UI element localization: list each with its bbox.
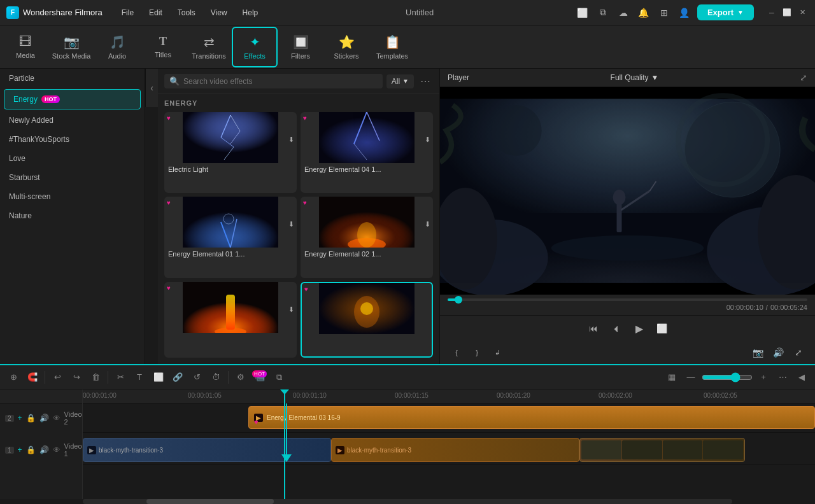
effect-clip-block[interactable]: ▶ Energy Elemental 03 16-9 ♥: [248, 406, 815, 429]
sidebar-collapse-button[interactable]: ‹: [145, 69, 158, 107]
video-clip-2[interactable]: ▶ black-myth-transition-3: [331, 438, 579, 462]
cut-button[interactable]: ✂: [112, 369, 129, 386]
sidebar-item-particle[interactable]: Particle: [0, 69, 145, 88]
app-icon: F: [6, 6, 19, 19]
more-timeline-button[interactable]: ⋯: [774, 369, 791, 386]
quality-selector[interactable]: Full Quality ▼: [611, 73, 659, 82]
search-input[interactable]: [183, 77, 378, 86]
topbar-icon-6[interactable]: 👤: [677, 5, 692, 20]
collapse-button[interactable]: ◀: [793, 369, 810, 386]
download-icon[interactable]: ⬇: [288, 136, 294, 144]
sidebar-item-multi-screen[interactable]: Multi-screen: [0, 187, 145, 206]
zoom-slider[interactable]: [702, 372, 753, 382]
track-icon-add-v1[interactable]: +: [18, 445, 22, 454]
download-icon[interactable]: ⬇: [425, 220, 430, 228]
insert-button[interactable]: ↲: [488, 344, 506, 361]
nav-item-stickers[interactable]: ⭐ Stickers: [323, 27, 369, 67]
go-to-start-button[interactable]: ⏮: [585, 319, 602, 337]
filter-dropdown[interactable]: All ▼: [386, 74, 414, 88]
download-icon[interactable]: ⬇: [288, 305, 294, 314]
stop-button[interactable]: ⬜: [653, 319, 671, 337]
minimize-button[interactable]: ─: [765, 6, 778, 19]
nav-item-effects[interactable]: ✦ Effects: [232, 27, 278, 67]
redo-button[interactable]: ↪: [68, 369, 85, 386]
sidebar-item-newly-added[interactable]: Newly Added: [0, 111, 145, 130]
maximize-button[interactable]: ⬜: [781, 6, 793, 19]
step-back-button[interactable]: ⏴: [607, 319, 625, 337]
nav-item-media[interactable]: 🎞 Media: [3, 27, 48, 67]
volume-button[interactable]: 🔊: [769, 344, 787, 361]
text-tool-button[interactable]: T: [131, 369, 148, 386]
delete-button[interactable]: 🗑: [87, 369, 104, 386]
nav-item-titles[interactable]: T Titles: [140, 27, 186, 67]
menu-tools[interactable]: Tools: [171, 6, 202, 20]
expand-button[interactable]: ⤢: [790, 344, 807, 361]
nav-item-audio[interactable]: 🎵 Audio: [94, 27, 140, 67]
ruler-mark-1: 00:00:01:00: [83, 392, 117, 399]
download-icon[interactable]: ⬇: [425, 136, 430, 144]
adjust-button[interactable]: ⚙: [232, 369, 249, 386]
mark-in-button[interactable]: {: [448, 344, 465, 361]
playhead[interactable]: [284, 389, 285, 499]
pip-button[interactable]: ⧉: [271, 369, 287, 386]
sidebar-item-starburst[interactable]: Starburst: [0, 168, 145, 187]
screen-record-button[interactable]: 📹 HOT: [252, 369, 268, 386]
sidebar-item-thankyousports[interactable]: #ThankYouSports: [0, 130, 145, 149]
menu-help[interactable]: Help: [236, 6, 265, 20]
video-clip-3[interactable]: [579, 438, 745, 462]
svg-point-28: [360, 302, 373, 315]
nav-item-stock-media[interactable]: 📷 Stock Media: [48, 27, 94, 67]
topbar-icon-5[interactable]: ⊞: [656, 5, 672, 20]
effect-card-electric-light[interactable]: ♥ ⬇ Electric Light: [164, 112, 297, 193]
fullscreen-icon[interactable]: ⤢: [800, 73, 807, 83]
titles-icon: T: [159, 35, 167, 48]
track-icon-lock-v1[interactable]: 🔒: [26, 445, 36, 454]
loop-button[interactable]: ↺: [188, 369, 205, 386]
video-clip-1[interactable]: ▶ black-myth-transition-3: [83, 438, 331, 462]
close-button[interactable]: ✕: [796, 6, 809, 19]
zoom-out-button[interactable]: —: [683, 369, 699, 386]
topbar-icon-3[interactable]: ☁: [616, 5, 631, 20]
effect-card-energy-05[interactable]: ♥: [301, 282, 433, 358]
track-icon-eye-video2[interactable]: 👁: [53, 414, 60, 423]
topbar-icon-1[interactable]: ⬜: [575, 5, 590, 20]
export-button[interactable]: Export ▼: [697, 4, 754, 20]
track-icon-volume-video1[interactable]: 🔊: [39, 445, 49, 454]
horizontal-scrollbar[interactable]: [83, 499, 732, 504]
timer-button[interactable]: ⏱: [208, 369, 224, 386]
snapshot-button[interactable]: 📷: [749, 344, 767, 361]
track-icon-volume-video2[interactable]: 🔊: [39, 414, 49, 423]
play-button[interactable]: ▶: [630, 319, 648, 337]
magnet-button[interactable]: 🧲: [24, 369, 41, 386]
menu-file[interactable]: File: [115, 6, 140, 20]
more-options-button[interactable]: ⋯: [418, 75, 433, 87]
scrollbar-thumb[interactable]: [146, 499, 274, 504]
thumb-4: [703, 440, 743, 459]
nav-item-transitions[interactable]: ⇄ Transitions: [186, 27, 232, 67]
undo-button[interactable]: ↩: [49, 369, 66, 386]
effect-card-energy-01[interactable]: ♥ ⬇ Energy Elemental 01 1...: [164, 197, 297, 277]
track-icon-eye-video1[interactable]: 👁: [53, 445, 60, 454]
progress-bar[interactable]: [448, 298, 807, 301]
download-icon[interactable]: ⬇: [288, 220, 294, 228]
sidebar-item-love[interactable]: Love: [0, 149, 145, 168]
topbar-icon-4[interactable]: 🔔: [636, 5, 651, 20]
topbar-icon-2[interactable]: ⧉: [595, 5, 611, 20]
zoom-in-button[interactable]: +: [755, 369, 772, 386]
nav-item-templates[interactable]: 📋 Templates: [369, 27, 415, 67]
effect-card-energy-04[interactable]: ♥ ⬇ Energy Elemental 04 1...: [301, 112, 433, 193]
mark-out-button[interactable]: }: [468, 344, 486, 361]
sidebar-item-energy[interactable]: Energy HOT: [4, 89, 141, 109]
nav-item-filters[interactable]: 🔲 Filters: [278, 27, 323, 67]
crop-button[interactable]: ⬜: [150, 369, 167, 386]
track-icon-add[interactable]: +: [18, 414, 22, 423]
track-height-button[interactable]: ▦: [663, 369, 680, 386]
effect-card-energy-02[interactable]: ♥ ⬇ Energy Elemental 02 1...: [301, 197, 433, 277]
add-track-button[interactable]: ⊕: [5, 369, 22, 386]
track-icon-lock[interactable]: 🔒: [26, 414, 36, 423]
sidebar-item-nature[interactable]: Nature: [0, 206, 145, 225]
menu-edit[interactable]: Edit: [143, 6, 169, 20]
link-button[interactable]: 🔗: [169, 369, 186, 386]
menu-view[interactable]: View: [204, 6, 234, 20]
effect-card-energy-03[interactable]: ♥ ⬇: [164, 282, 297, 358]
